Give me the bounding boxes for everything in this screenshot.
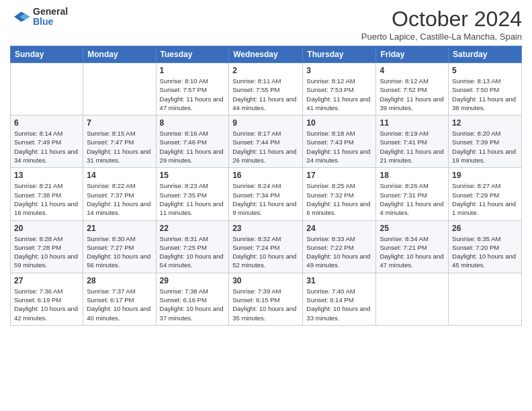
day-number: 29 xyxy=(160,276,226,285)
day-number: 11 xyxy=(380,118,445,128)
calendar-header-row: SundayMondayTuesdayWednesdayThursdayFrid… xyxy=(11,46,522,63)
weekday-header: Monday xyxy=(83,46,156,63)
calendar-cell: 21Sunrise: 8:30 AMSunset: 7:27 PMDayligh… xyxy=(83,220,156,273)
calendar-cell: 15Sunrise: 8:23 AMSunset: 7:35 PMDayligh… xyxy=(156,168,229,220)
calendar-cell: 26Sunrise: 8:35 AMSunset: 7:20 PMDayligh… xyxy=(449,220,522,273)
weekday-header: Thursday xyxy=(303,46,376,63)
calendar-cell: 20Sunrise: 8:28 AMSunset: 7:28 PMDayligh… xyxy=(11,220,83,273)
calendar-cell: 16Sunrise: 8:24 AMSunset: 7:34 PMDayligh… xyxy=(229,168,303,220)
day-number: 21 xyxy=(87,224,152,233)
day-info: Sunrise: 8:21 AMSunset: 7:38 PMDaylight:… xyxy=(14,181,79,217)
calendar-cell: 8Sunrise: 8:16 AMSunset: 7:46 PMDaylight… xyxy=(156,116,229,168)
calendar-cell: 10Sunrise: 8:18 AMSunset: 7:43 PMDayligh… xyxy=(303,116,376,168)
calendar-cell: 5Sunrise: 8:13 AMSunset: 7:50 PMDaylight… xyxy=(449,63,522,116)
day-number: 24 xyxy=(306,224,372,233)
calendar-cell: 9Sunrise: 8:17 AMSunset: 7:44 PMDaylight… xyxy=(229,116,303,168)
day-number: 7 xyxy=(87,118,152,128)
weekday-header: Wednesday xyxy=(229,46,303,63)
day-number: 16 xyxy=(232,171,299,180)
calendar-cell: 31Sunrise: 7:40 AMSunset: 6:14 PMDayligh… xyxy=(303,273,376,325)
calendar-cell: 3Sunrise: 8:12 AMSunset: 7:53 PMDaylight… xyxy=(303,63,376,116)
day-info: Sunrise: 8:31 AMSunset: 7:25 PMDaylight:… xyxy=(160,234,226,270)
day-info: Sunrise: 7:37 AMSunset: 6:17 PMDaylight:… xyxy=(87,287,152,322)
day-number: 5 xyxy=(452,66,518,75)
day-number: 20 xyxy=(14,224,79,233)
calendar-cell: 14Sunrise: 8:22 AMSunset: 7:37 PMDayligh… xyxy=(83,168,156,220)
day-number: 15 xyxy=(160,171,226,180)
day-info: Sunrise: 8:10 AMSunset: 7:57 PMDaylight:… xyxy=(160,77,226,112)
day-info: Sunrise: 8:15 AMSunset: 7:47 PMDaylight:… xyxy=(87,129,152,165)
calendar-cell: 2Sunrise: 8:11 AMSunset: 7:55 PMDaylight… xyxy=(229,63,303,116)
day-info: Sunrise: 8:13 AMSunset: 7:50 PMDaylight:… xyxy=(452,77,518,112)
day-info: Sunrise: 8:17 AMSunset: 7:44 PMDaylight:… xyxy=(232,129,299,165)
calendar-cell: 29Sunrise: 7:38 AMSunset: 6:16 PMDayligh… xyxy=(156,273,229,325)
weekday-header: Tuesday xyxy=(156,46,229,63)
day-number: 12 xyxy=(452,118,518,128)
calendar-week-row: 27Sunrise: 7:36 AMSunset: 6:19 PMDayligh… xyxy=(11,273,522,325)
day-number: 22 xyxy=(160,224,226,233)
day-info: Sunrise: 8:14 AMSunset: 7:49 PMDaylight:… xyxy=(14,129,79,165)
day-number: 25 xyxy=(380,224,445,233)
calendar-cell: 24Sunrise: 8:33 AMSunset: 7:22 PMDayligh… xyxy=(303,220,376,273)
calendar-cell xyxy=(83,63,156,116)
calendar-cell: 18Sunrise: 8:26 AMSunset: 7:31 PMDayligh… xyxy=(376,168,449,220)
day-number: 13 xyxy=(14,171,79,180)
day-info: Sunrise: 8:35 AMSunset: 7:20 PMDaylight:… xyxy=(452,234,518,270)
calendar-table: SundayMondayTuesdayWednesdayThursdayFrid… xyxy=(10,46,522,326)
day-info: Sunrise: 7:40 AMSunset: 6:14 PMDaylight:… xyxy=(306,287,372,322)
calendar-cell: 30Sunrise: 7:39 AMSunset: 6:15 PMDayligh… xyxy=(229,273,303,325)
weekday-header: Saturday xyxy=(449,46,522,63)
calendar-cell xyxy=(11,63,83,116)
day-info: Sunrise: 8:19 AMSunset: 7:41 PMDaylight:… xyxy=(380,129,445,165)
weekday-header: Sunday xyxy=(11,46,83,63)
calendar-cell: 4Sunrise: 8:12 AMSunset: 7:52 PMDaylight… xyxy=(376,63,449,116)
day-info: Sunrise: 8:30 AMSunset: 7:27 PMDaylight:… xyxy=(87,234,152,270)
month-title: October 2024 xyxy=(361,7,522,32)
calendar-cell xyxy=(376,273,449,325)
day-number: 4 xyxy=(380,66,445,75)
calendar-week-row: 13Sunrise: 8:21 AMSunset: 7:38 PMDayligh… xyxy=(11,168,522,220)
calendar-week-row: 6Sunrise: 8:14 AMSunset: 7:49 PMDaylight… xyxy=(11,116,522,168)
calendar-cell: 11Sunrise: 8:19 AMSunset: 7:41 PMDayligh… xyxy=(376,116,449,168)
day-number: 27 xyxy=(14,276,79,285)
day-info: Sunrise: 8:12 AMSunset: 7:52 PMDaylight:… xyxy=(380,77,445,112)
day-info: Sunrise: 8:16 AMSunset: 7:46 PMDaylight:… xyxy=(160,129,226,165)
day-info: Sunrise: 8:18 AMSunset: 7:43 PMDaylight:… xyxy=(306,129,372,165)
calendar-cell: 7Sunrise: 8:15 AMSunset: 7:47 PMDaylight… xyxy=(83,116,156,168)
day-number: 8 xyxy=(160,118,226,128)
day-number: 3 xyxy=(306,66,372,75)
calendar-cell: 17Sunrise: 8:25 AMSunset: 7:32 PMDayligh… xyxy=(303,168,376,220)
day-number: 17 xyxy=(306,171,372,180)
calendar-cell: 27Sunrise: 7:36 AMSunset: 6:19 PMDayligh… xyxy=(11,273,83,325)
calendar-cell: 19Sunrise: 8:27 AMSunset: 7:29 PMDayligh… xyxy=(449,168,522,220)
calendar-cell xyxy=(449,273,522,325)
day-info: Sunrise: 8:34 AMSunset: 7:21 PMDaylight:… xyxy=(380,234,445,270)
day-info: Sunrise: 8:28 AMSunset: 7:28 PMDaylight:… xyxy=(14,234,79,270)
calendar-cell: 12Sunrise: 8:20 AMSunset: 7:39 PMDayligh… xyxy=(449,116,522,168)
calendar-cell: 25Sunrise: 8:34 AMSunset: 7:21 PMDayligh… xyxy=(376,220,449,273)
day-info: Sunrise: 8:23 AMSunset: 7:35 PMDaylight:… xyxy=(160,181,226,217)
day-number: 1 xyxy=(160,66,226,75)
day-info: Sunrise: 7:39 AMSunset: 6:15 PMDaylight:… xyxy=(232,287,299,322)
day-number: 2 xyxy=(232,66,299,75)
logo-icon xyxy=(10,7,30,27)
day-number: 23 xyxy=(232,224,299,233)
weekday-header: Friday xyxy=(376,46,449,63)
day-number: 31 xyxy=(306,276,372,285)
day-info: Sunrise: 8:26 AMSunset: 7:31 PMDaylight:… xyxy=(380,181,445,217)
calendar-cell: 28Sunrise: 7:37 AMSunset: 6:17 PMDayligh… xyxy=(83,273,156,325)
day-info: Sunrise: 8:24 AMSunset: 7:34 PMDaylight:… xyxy=(232,181,299,217)
day-info: Sunrise: 8:32 AMSunset: 7:24 PMDaylight:… xyxy=(232,234,299,270)
calendar-week-row: 1Sunrise: 8:10 AMSunset: 7:57 PMDaylight… xyxy=(11,63,522,116)
calendar-cell: 13Sunrise: 8:21 AMSunset: 7:38 PMDayligh… xyxy=(11,168,83,220)
day-number: 10 xyxy=(306,118,372,128)
day-info: Sunrise: 8:12 AMSunset: 7:53 PMDaylight:… xyxy=(306,77,372,112)
header: General Blue October 2024 Puerto Lapice,… xyxy=(10,7,522,42)
day-number: 14 xyxy=(87,171,152,180)
day-info: Sunrise: 8:27 AMSunset: 7:29 PMDaylight:… xyxy=(452,181,518,217)
calendar-week-row: 20Sunrise: 8:28 AMSunset: 7:28 PMDayligh… xyxy=(11,220,522,273)
calendar-cell: 23Sunrise: 8:32 AMSunset: 7:24 PMDayligh… xyxy=(229,220,303,273)
title-area: October 2024 Puerto Lapice, Castille-La … xyxy=(361,7,522,42)
calendar-cell: 1Sunrise: 8:10 AMSunset: 7:57 PMDaylight… xyxy=(156,63,229,116)
day-info: Sunrise: 8:25 AMSunset: 7:32 PMDaylight:… xyxy=(306,181,372,217)
